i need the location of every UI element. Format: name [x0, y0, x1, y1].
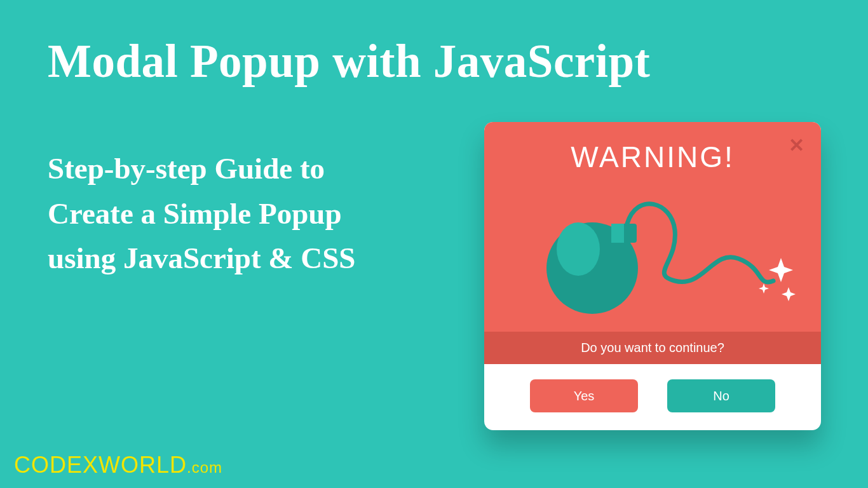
page-title: Modal Popup with JavaScript	[48, 35, 650, 88]
watermark-brand: CODEXWORLD	[14, 452, 187, 478]
subtitle-line: using JavaScript & CSS	[48, 236, 355, 281]
subtitle-line: Step-by-step Guide to	[48, 146, 355, 191]
svg-point-1	[557, 222, 600, 276]
modal-actions: Yes No	[484, 364, 821, 428]
page-subtitle: Step-by-step Guide to Create a Simple Po…	[48, 146, 355, 281]
svg-rect-3	[611, 224, 624, 243]
yes-button[interactable]: Yes	[530, 379, 638, 412]
close-icon[interactable]: ✕	[789, 136, 804, 155]
subtitle-line: Create a Simple Popup	[48, 191, 355, 236]
site-watermark: CODEXWORLD.com	[14, 452, 222, 478]
modal-header: WARNING! ✕	[484, 122, 821, 332]
watermark-domain: .com	[187, 459, 222, 476]
bomb-icon	[484, 198, 821, 325]
modal-question: Do you want to continue?	[484, 332, 821, 364]
warning-modal: WARNING! ✕ Do you want t	[484, 122, 821, 430]
no-button[interactable]: No	[667, 379, 775, 412]
modal-heading: WARNING!	[484, 140, 821, 174]
